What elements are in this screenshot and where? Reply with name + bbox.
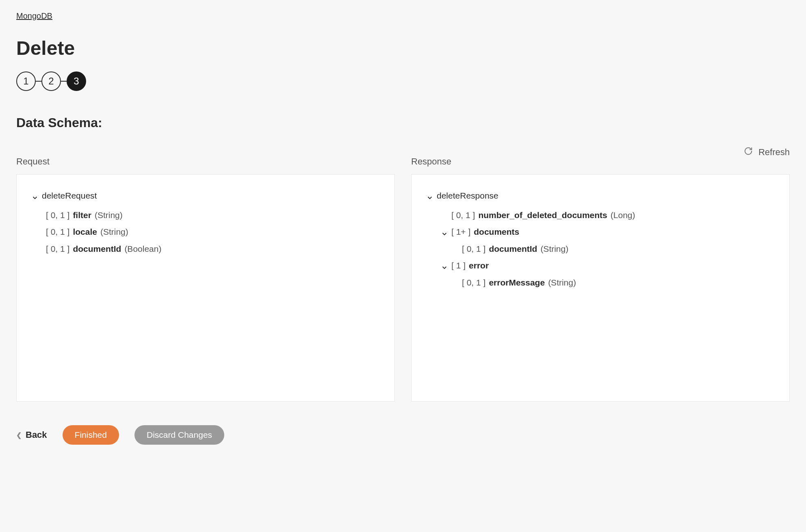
schema-group[interactable]: [ 1+ ] documents bbox=[426, 225, 775, 238]
response-panel: deleteResponse [ 0, 1 ] number_of_delete… bbox=[411, 174, 790, 402]
chevron-down-icon bbox=[31, 192, 39, 199]
schema-root[interactable]: deleteRequest bbox=[31, 189, 380, 202]
schema-field: [ 0, 1 ] number_of_deleted_documents (Lo… bbox=[426, 209, 775, 222]
schema-root-name: deleteRequest bbox=[42, 189, 97, 202]
field-type: (String) bbox=[95, 209, 123, 222]
cardinality: [ 0, 1 ] bbox=[46, 225, 69, 238]
step-1[interactable]: 1 bbox=[16, 71, 36, 91]
schema-root[interactable]: deleteResponse bbox=[426, 189, 775, 202]
schema-field: [ 0, 1 ] documentId (String) bbox=[426, 242, 775, 255]
schema-field: [ 0, 1 ] filter (String) bbox=[31, 209, 380, 222]
request-panel: deleteRequest [ 0, 1 ] filter (String) [… bbox=[16, 174, 395, 402]
step-3[interactable]: 3 bbox=[67, 71, 86, 91]
schema-group[interactable]: [ 1 ] error bbox=[426, 259, 775, 272]
field-type: (String) bbox=[540, 242, 568, 255]
cardinality: [ 0, 1 ] bbox=[46, 209, 69, 222]
step-connector bbox=[36, 81, 41, 82]
field-name: documentId bbox=[73, 242, 121, 255]
cardinality: [ 0, 1 ] bbox=[451, 209, 475, 222]
field-name: documents bbox=[474, 225, 519, 238]
footer-actions: ❮ Back Finished Discard Changes bbox=[16, 425, 790, 445]
schema-field: [ 0, 1 ] documentId (Boolean) bbox=[31, 242, 380, 255]
schema-field: [ 0, 1 ] errorMessage (String) bbox=[426, 276, 775, 289]
request-label: Request bbox=[16, 156, 395, 167]
schema-field: [ 0, 1 ] locale (String) bbox=[31, 225, 380, 238]
back-button[interactable]: ❮ Back bbox=[16, 430, 47, 440]
field-name: filter bbox=[73, 209, 91, 222]
response-label: Response bbox=[411, 156, 790, 167]
discard-changes-button[interactable]: Discard Changes bbox=[134, 425, 224, 445]
chevron-down-icon bbox=[426, 192, 433, 199]
chevron-left-icon: ❮ bbox=[16, 431, 22, 439]
cardinality: [ 1+ ] bbox=[451, 225, 470, 238]
field-type: (String) bbox=[548, 276, 576, 289]
field-name: error bbox=[469, 259, 489, 272]
field-name: locale bbox=[73, 225, 97, 238]
step-connector bbox=[61, 81, 67, 82]
stepper: 1 2 3 bbox=[16, 71, 790, 91]
back-label: Back bbox=[26, 430, 47, 440]
chevron-down-icon bbox=[441, 228, 448, 236]
field-name: documentId bbox=[489, 242, 537, 255]
response-column: Response deleteResponse [ 0, 1 ] number_… bbox=[411, 156, 790, 402]
finished-button[interactable]: Finished bbox=[63, 425, 119, 445]
field-name: errorMessage bbox=[489, 276, 545, 289]
field-type: (String) bbox=[100, 225, 128, 238]
chevron-down-icon bbox=[441, 262, 448, 269]
cardinality: [ 0, 1 ] bbox=[46, 242, 69, 255]
cardinality: [ 1 ] bbox=[451, 259, 466, 272]
section-title: Data Schema: bbox=[16, 115, 790, 130]
cardinality: [ 0, 1 ] bbox=[462, 242, 485, 255]
field-name: number_of_deleted_documents bbox=[478, 209, 607, 222]
step-2[interactable]: 2 bbox=[41, 71, 61, 91]
field-type: (Long) bbox=[611, 209, 635, 222]
page-title: Delete bbox=[16, 37, 790, 59]
breadcrumb-link[interactable]: MongoDB bbox=[16, 11, 52, 20]
request-column: Request deleteRequest [ 0, 1 ] filter (S… bbox=[16, 156, 395, 402]
field-type: (Boolean) bbox=[124, 242, 161, 255]
cardinality: [ 0, 1 ] bbox=[462, 276, 485, 289]
schema-root-name: deleteResponse bbox=[437, 189, 498, 202]
